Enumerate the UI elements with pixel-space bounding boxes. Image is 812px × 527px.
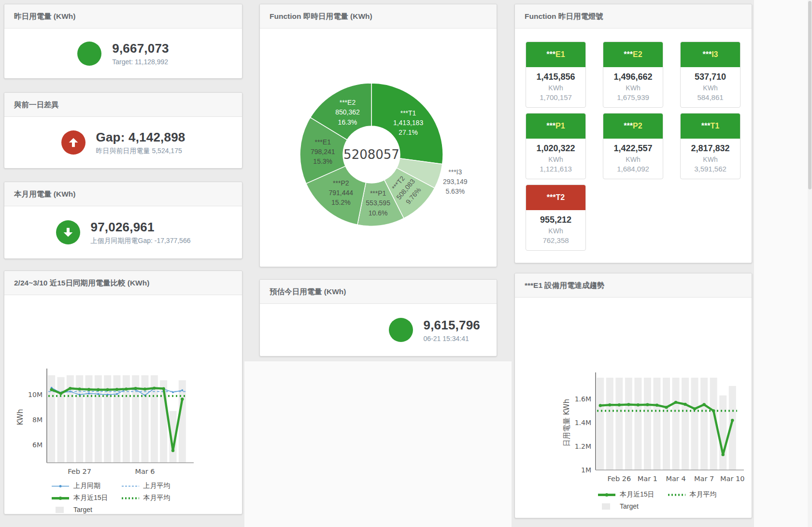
series-point[interactable]	[731, 419, 734, 422]
series-point[interactable]	[50, 388, 53, 391]
series-point[interactable]	[134, 387, 137, 390]
series-point[interactable]	[637, 403, 640, 406]
tile-value: 955,212	[526, 215, 585, 225]
status-tile-E1: ***E11,415,856KWh1,700,157	[526, 42, 586, 108]
series-point[interactable]	[181, 398, 184, 400]
x-tick-label: Feb 27	[68, 468, 91, 475]
legend-item-上月同期[interactable]: 上月同期	[52, 482, 108, 490]
legend-label: 上月平均	[143, 482, 171, 490]
kpi-value: 97,026,961	[91, 220, 191, 235]
e1-chart-legend: 本月近15日本月平均Target	[598, 490, 752, 510]
status-tile-P2: ***P21,422,557KWh1,684,092	[603, 113, 663, 179]
down-arrow-icon	[56, 220, 80, 244]
target-bar	[606, 378, 613, 470]
series-point[interactable]	[87, 388, 90, 391]
donut-chart[interactable]: ***T11,413,18327.1%***I3293,1495.63%***T…	[260, 28, 498, 256]
series-point[interactable]	[618, 403, 621, 406]
legend-label: Target	[620, 502, 639, 510]
series-point[interactable]	[655, 404, 658, 407]
tile-value: 2,817,832	[681, 143, 740, 154]
series-point[interactable]	[116, 393, 118, 395]
card-title: 預估今日用電量 (KWh)	[260, 280, 497, 304]
status-tile-T1: ***T12,817,832KWh3,591,562	[680, 113, 741, 179]
tile-unit: KWh	[526, 156, 585, 163]
tile-name-code: E1	[556, 50, 565, 58]
status-tile-E2: ***E21,496,662KWh1,675,939	[603, 42, 663, 108]
series-point[interactable]	[702, 403, 705, 406]
tile-header: ***T2	[526, 185, 585, 210]
status-tile-P1: ***P11,020,322KWh1,121,613	[526, 113, 586, 179]
legend-label: Target	[73, 506, 92, 513]
series-point[interactable]	[722, 453, 725, 456]
tile-unit: KWh	[681, 84, 740, 92]
series-point[interactable]	[125, 387, 128, 390]
legend-item-本月平均[interactable]: 本月平均	[122, 494, 171, 502]
card-title: 昨日用電量 (KWh)	[4, 4, 242, 28]
target-bar	[615, 378, 623, 470]
tile-target-value: 584,861	[681, 93, 740, 101]
series-point[interactable]	[181, 389, 183, 391]
y-tick-label: 6M	[32, 441, 43, 449]
legend-item-Target[interactable]: Target	[52, 506, 108, 513]
series-point[interactable]	[97, 393, 99, 395]
series-point[interactable]	[78, 387, 81, 390]
series-point[interactable]	[59, 392, 62, 395]
background-patch-right	[754, 0, 808, 527]
tile-name-prefix: ***	[624, 50, 633, 58]
donut-slice-T1[interactable]	[371, 83, 443, 164]
page-scrollbar-thumb[interactable]	[808, 1, 812, 189]
kpi-value: Gap: 4,142,898	[96, 130, 185, 145]
series-point[interactable]	[599, 404, 602, 407]
series-point[interactable]	[171, 449, 174, 452]
compare-line-chart[interactable]: 6M8M10MFeb 27Mar 6KWh	[4, 295, 242, 480]
e1-trend-line-chart[interactable]: 1M1.2M1.4M1.6MFeb 26Mar 1Mar 4Mar 7Mar 1…	[515, 298, 752, 488]
series-point[interactable]	[608, 403, 611, 406]
target-bar	[653, 378, 660, 470]
legend-item-上月平均[interactable]: 上月平均	[122, 482, 171, 490]
series-point[interactable]	[674, 401, 677, 404]
tile-header: ***E1	[526, 42, 585, 67]
tile-target-value: 1,121,613	[526, 165, 585, 173]
card-compare-chart: 2/24~3/10 近15日同期用電量比較 (KWh) 6M8M10MFeb 2…	[4, 271, 242, 514]
series-point[interactable]	[115, 388, 118, 391]
card-status-tiles: Function 昨日用電燈號 ***E11,415,856KWh1,700,1…	[514, 4, 752, 263]
card-title: Function 即時日用電量 (KWh)	[260, 4, 497, 28]
tile-value: 1,422,557	[603, 143, 663, 154]
series-point[interactable]	[69, 387, 71, 390]
series-point[interactable]	[88, 392, 90, 394]
line-dashed-legend-marker-icon	[122, 483, 139, 489]
series-point[interactable]	[97, 388, 100, 391]
kpi-subtitle: 昨日與前日用電量 5,524,175	[96, 147, 185, 156]
series-point[interactable]	[627, 403, 630, 406]
y-axis-title: KWh	[16, 409, 25, 426]
tile-target-value: 3,591,562	[681, 165, 740, 173]
x-tick-label: Mar 7	[694, 475, 714, 483]
legend-item-本月近15日[interactable]: 本月近15日	[52, 494, 108, 502]
tile-name-code: T1	[711, 122, 720, 130]
series-point[interactable]	[162, 387, 165, 390]
tile-name-code: I3	[712, 50, 718, 58]
tile-value: 1,496,662	[603, 72, 663, 82]
series-point[interactable]	[143, 387, 146, 390]
series-point[interactable]	[153, 386, 156, 389]
legend-item-本月平均[interactable]: 本月平均	[668, 490, 717, 499]
legend-item-Target[interactable]: Target	[598, 502, 655, 510]
tile-value: 1,020,322	[526, 143, 585, 154]
x-tick-label: Feb 26	[607, 475, 631, 483]
series-point[interactable]	[665, 406, 668, 409]
legend-label: 本月平均	[143, 494, 171, 502]
series-point[interactable]	[106, 388, 109, 391]
tile-name-code: P1	[556, 122, 565, 130]
green-status-circle-icon	[389, 318, 413, 342]
status-tile-T2: ***T2955,212KWh762,358	[526, 185, 586, 251]
target-bar	[719, 396, 727, 470]
target-bar	[57, 377, 65, 463]
series-point[interactable]	[646, 403, 649, 406]
card-title: 本月用電量 (KWh)	[4, 182, 242, 206]
series-point[interactable]	[684, 403, 686, 406]
legend-item-本月近15日[interactable]: 本月近15日	[598, 490, 655, 499]
tile-name-prefix: ***	[547, 193, 556, 201]
tile-name-prefix: ***	[546, 122, 556, 130]
page-scrollbar-track[interactable]	[808, 0, 812, 527]
card-e1-trend: ***E1 設備用電達成趨勢 1M1.2M1.4M1.6MFeb 26Mar 1…	[514, 273, 752, 518]
